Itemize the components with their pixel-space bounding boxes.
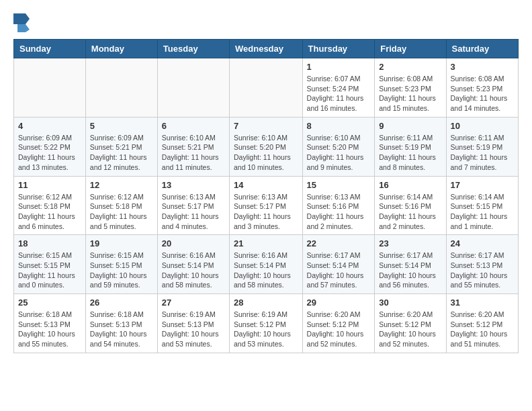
calendar-cell: 20Sunrise: 6:16 AMSunset: 5:14 PMDayligh… [157,235,229,294]
calendar-cell: 4Sunrise: 6:09 AMSunset: 5:22 PMDaylight… [14,117,86,176]
day-number: 26 [90,298,153,308]
day-info: Sunrise: 6:08 AMSunset: 5:23 PMDaylight:… [379,74,441,113]
day-number: 19 [90,238,153,248]
calendar-cell [85,58,157,118]
calendar-cell: 19Sunrise: 6:15 AMSunset: 5:15 PMDayligh… [85,235,157,294]
weekday-header-tuesday: Tuesday [157,40,229,58]
weekday-header-row: SundayMondayTuesdayWednesdayThursdayFrid… [14,40,519,58]
calendar-cell: 3Sunrise: 6:08 AMSunset: 5:23 PMDaylight… [446,58,518,118]
calendar-cell: 24Sunrise: 6:17 AMSunset: 5:13 PMDayligh… [446,235,518,294]
calendar-cell: 2Sunrise: 6:08 AMSunset: 5:23 PMDaylight… [375,58,446,118]
day-number: 9 [379,121,441,131]
calendar-cell [230,58,303,118]
day-info: Sunrise: 6:13 AMSunset: 5:17 PMDaylight:… [234,192,298,232]
day-number: 8 [307,121,371,131]
calendar-cell: 10Sunrise: 6:11 AMSunset: 5:19 PMDayligh… [446,117,518,176]
day-number: 21 [234,238,298,248]
day-number: 7 [234,121,298,131]
calendar-cell: 28Sunrise: 6:19 AMSunset: 5:12 PMDayligh… [230,294,303,353]
day-info: Sunrise: 6:11 AMSunset: 5:19 PMDaylight:… [379,133,441,173]
day-number: 3 [451,62,514,72]
calendar-cell: 26Sunrise: 6:18 AMSunset: 5:13 PMDayligh… [85,294,157,353]
calendar-cell: 29Sunrise: 6:20 AMSunset: 5:12 PMDayligh… [302,294,375,353]
day-info: Sunrise: 6:12 AMSunset: 5:18 PMDaylight:… [18,192,81,232]
weekday-header-saturday: Saturday [446,40,518,58]
day-number: 17 [451,180,514,190]
day-info: Sunrise: 6:20 AMSunset: 5:12 PMDaylight:… [307,310,371,349]
day-info: Sunrise: 6:17 AMSunset: 5:13 PMDaylight:… [451,250,514,290]
calendar-cell: 6Sunrise: 6:10 AMSunset: 5:21 PMDaylight… [157,117,229,176]
calendar-cell: 14Sunrise: 6:13 AMSunset: 5:17 PMDayligh… [230,176,303,235]
calendar-cell: 7Sunrise: 6:10 AMSunset: 5:20 PMDaylight… [230,117,303,176]
svg-marker-1 [17,24,30,32]
calendar-cell: 8Sunrise: 6:10 AMSunset: 5:20 PMDaylight… [302,117,375,176]
calendar-cell [157,58,229,118]
day-number: 12 [90,180,153,190]
day-number: 30 [379,298,441,308]
day-info: Sunrise: 6:09 AMSunset: 5:21 PMDaylight:… [90,133,153,173]
day-number: 28 [234,298,298,308]
week-row-1: 1Sunrise: 6:07 AMSunset: 5:24 PMDaylight… [14,58,519,118]
day-number: 13 [162,180,225,190]
day-info: Sunrise: 6:08 AMSunset: 5:23 PMDaylight:… [451,74,514,113]
day-info: Sunrise: 6:10 AMSunset: 5:21 PMDaylight:… [162,133,225,173]
calendar-cell: 1Sunrise: 6:07 AMSunset: 5:24 PMDaylight… [302,58,375,118]
day-number: 27 [162,298,225,308]
day-info: Sunrise: 6:14 AMSunset: 5:15 PMDaylight:… [451,192,514,232]
day-number: 16 [379,180,441,190]
calendar-cell: 11Sunrise: 6:12 AMSunset: 5:18 PMDayligh… [14,176,86,235]
day-info: Sunrise: 6:17 AMSunset: 5:14 PMDaylight:… [307,250,371,290]
day-number: 23 [379,238,441,248]
day-number: 4 [18,121,81,131]
day-number: 18 [18,238,81,248]
calendar-cell: 18Sunrise: 6:15 AMSunset: 5:15 PMDayligh… [14,235,86,294]
calendar-table: SundayMondayTuesdayWednesdayThursdayFrid… [13,39,519,353]
weekday-header-friday: Friday [375,40,446,58]
week-row-4: 18Sunrise: 6:15 AMSunset: 5:15 PMDayligh… [14,235,519,294]
day-info: Sunrise: 6:18 AMSunset: 5:13 PMDaylight:… [18,310,81,349]
day-number: 10 [451,121,514,131]
calendar-cell [14,58,86,118]
day-number: 31 [451,298,514,308]
day-info: Sunrise: 6:10 AMSunset: 5:20 PMDaylight:… [234,133,298,173]
day-info: Sunrise: 6:16 AMSunset: 5:14 PMDaylight:… [234,250,298,290]
day-info: Sunrise: 6:12 AMSunset: 5:18 PMDaylight:… [90,192,153,232]
calendar-cell: 15Sunrise: 6:13 AMSunset: 5:16 PMDayligh… [302,176,375,235]
weekday-header-thursday: Thursday [302,40,375,58]
day-info: Sunrise: 6:18 AMSunset: 5:13 PMDaylight:… [90,310,153,349]
calendar-cell: 31Sunrise: 6:20 AMSunset: 5:12 PMDayligh… [446,294,518,353]
day-info: Sunrise: 6:13 AMSunset: 5:16 PMDaylight:… [307,192,371,232]
calendar-cell: 9Sunrise: 6:11 AMSunset: 5:19 PMDaylight… [375,117,446,176]
day-info: Sunrise: 6:15 AMSunset: 5:15 PMDaylight:… [90,250,153,290]
day-info: Sunrise: 6:11 AMSunset: 5:19 PMDaylight:… [451,133,514,173]
calendar-cell: 27Sunrise: 6:19 AMSunset: 5:13 PMDayligh… [157,294,229,353]
page-header [13,13,519,32]
svg-marker-0 [13,13,30,24]
calendar-cell: 12Sunrise: 6:12 AMSunset: 5:18 PMDayligh… [85,176,157,235]
week-row-2: 4Sunrise: 6:09 AMSunset: 5:22 PMDaylight… [14,117,519,176]
day-number: 22 [307,238,371,248]
day-info: Sunrise: 6:17 AMSunset: 5:14 PMDaylight:… [379,250,441,290]
weekday-header-sunday: Sunday [14,40,86,58]
calendar-cell: 25Sunrise: 6:18 AMSunset: 5:13 PMDayligh… [14,294,86,353]
day-info: Sunrise: 6:09 AMSunset: 5:22 PMDaylight:… [18,133,81,173]
day-info: Sunrise: 6:10 AMSunset: 5:20 PMDaylight:… [307,133,371,173]
day-info: Sunrise: 6:19 AMSunset: 5:13 PMDaylight:… [162,310,225,349]
weekday-header-monday: Monday [85,40,157,58]
week-row-5: 25Sunrise: 6:18 AMSunset: 5:13 PMDayligh… [14,294,519,353]
day-number: 25 [18,298,81,308]
logo-icon [13,13,30,32]
day-number: 14 [234,180,298,190]
calendar-cell: 17Sunrise: 6:14 AMSunset: 5:15 PMDayligh… [446,176,518,235]
day-number: 5 [90,121,153,131]
day-info: Sunrise: 6:19 AMSunset: 5:12 PMDaylight:… [234,310,298,349]
calendar-cell: 23Sunrise: 6:17 AMSunset: 5:14 PMDayligh… [375,235,446,294]
weekday-header-wednesday: Wednesday [230,40,303,58]
day-info: Sunrise: 6:15 AMSunset: 5:15 PMDaylight:… [18,250,81,290]
day-number: 2 [379,62,441,72]
day-number: 11 [18,180,81,190]
calendar-cell: 30Sunrise: 6:20 AMSunset: 5:12 PMDayligh… [375,294,446,353]
logo [13,13,32,32]
day-number: 15 [307,180,371,190]
day-number: 1 [307,62,371,72]
